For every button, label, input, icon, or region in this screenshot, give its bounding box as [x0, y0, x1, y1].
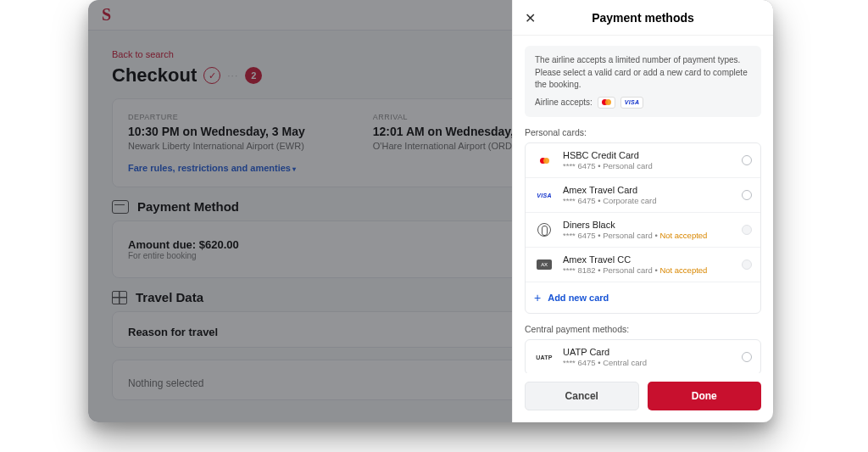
mastercard-icon: [598, 97, 615, 109]
card-uatp[interactable]: UATP UATP Card **** 6475 • Central card: [526, 340, 760, 373]
radio[interactable]: [742, 190, 752, 200]
card-hsbc[interactable]: HSBC Credit Card **** 6475 • Personal ca…: [526, 143, 760, 178]
card-diners[interactable]: Diners Black **** 6475 • Personal card •…: [526, 213, 760, 248]
radio[interactable]: [742, 155, 752, 165]
mastercard-icon: [540, 158, 549, 164]
plus-icon: +: [534, 291, 541, 304]
add-new-card[interactable]: + Add new card: [526, 282, 760, 313]
radio-disabled: [742, 259, 752, 270]
visa-icon: VISA: [620, 97, 644, 109]
central-label: Central payment methods:: [525, 324, 761, 334]
cancel-button[interactable]: Cancel: [525, 382, 639, 410]
amex-icon: AX: [537, 259, 552, 270]
close-icon[interactable]: ✕: [525, 10, 536, 26]
card-amex-travel[interactable]: VISA Amex Travel Card **** 6475 • Corpor…: [526, 178, 760, 213]
diners-icon: [537, 223, 551, 237]
card-amex-cc[interactable]: AX Amex Travel CC **** 8182 • Personal c…: [526, 248, 760, 282]
drawer-title: Payment methods: [592, 11, 694, 25]
radio-disabled: [742, 225, 752, 235]
radio[interactable]: [742, 352, 752, 362]
personal-cards-label: Personal cards:: [525, 127, 761, 137]
done-button[interactable]: Done: [648, 382, 762, 410]
visa-icon: VISA: [537, 193, 552, 198]
uatp-icon: UATP: [536, 354, 552, 360]
payment-drawer: ✕ Payment methods The airline accepts a …: [512, 0, 773, 422]
info-box: The airline accepts a limited number of …: [525, 46, 761, 117]
accepts-label: Airline accepts:: [535, 97, 593, 109]
